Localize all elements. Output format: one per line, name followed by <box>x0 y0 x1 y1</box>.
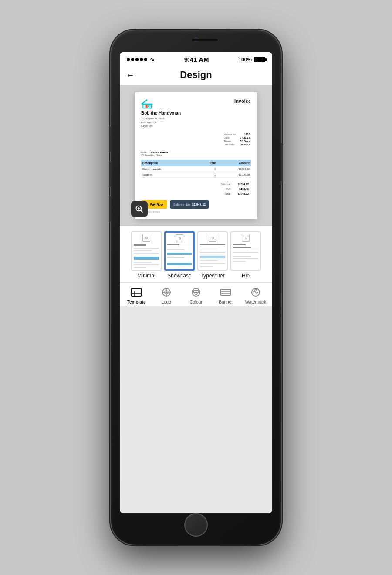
phone-device: ∿ 9:41 AM 100% ← Design <box>111 30 281 545</box>
nav-item-template[interactable]: Template <box>125 286 148 304</box>
terms-value: 30 Days <box>240 140 250 142</box>
colour-nav-icon <box>190 287 202 298</box>
speaker <box>192 39 218 41</box>
table-row: Kitchen upgrade 1 $1834.92 <box>141 166 251 172</box>
magnify-icon <box>135 205 144 213</box>
invoice-logo: Bob the Handyman 555 Bryant St. #263 Pal… <box>141 98 181 129</box>
svg-point-20 <box>195 292 197 295</box>
page-title: Design <box>180 69 212 81</box>
signal-dot-4 <box>140 58 143 61</box>
template-item-hip[interactable]: ⚙ Hip <box>230 231 261 279</box>
invoice-no-label: Invoice no: <box>224 133 239 135</box>
item-rate-1: 1 <box>195 166 217 172</box>
template-thumb-typewriter: ⚙ <box>197 231 228 271</box>
battery-percent: 100% <box>238 57 252 63</box>
tax-row: TAX $113.40 <box>220 187 250 191</box>
total-label: Total <box>220 192 232 196</box>
item-amount-1: $1834.92 <box>217 166 251 172</box>
tax-value: $113.40 <box>233 187 250 191</box>
watermark-nav-icon <box>250 287 261 298</box>
nav-item-banner[interactable]: Banner <box>214 286 237 304</box>
home-button[interactable] <box>184 513 208 537</box>
signal-dot-2 <box>131 58 134 61</box>
bill-to-address: 25 Freedom Drive <box>141 154 251 156</box>
svg-rect-9 <box>132 288 141 296</box>
template-selector: ⚙ Minimal <box>120 226 272 282</box>
col-rate: Rate <box>195 160 217 166</box>
template-item-showcase[interactable]: ⚙ Showcase <box>164 231 195 279</box>
nav-item-colour[interactable]: Colour <box>184 286 208 304</box>
template-icon <box>130 286 142 298</box>
template-name-typewriter: Typewriter <box>200 273 224 279</box>
bottom-nav: Template Logo <box>120 282 272 306</box>
col-description: Description <box>141 160 195 166</box>
svg-line-6 <box>141 210 143 213</box>
logo-nav-icon <box>161 287 172 298</box>
invoice-table: Description Rate Amount Kitchen upgrade … <box>141 160 251 178</box>
invoice-meta: Invoice no: 1203 Date: 07/31/17 Terms: 3… <box>141 132 251 147</box>
balance-due-box: Balance due $2,948.32 <box>170 200 209 209</box>
due-date-label: Due date: <box>224 143 239 146</box>
svg-point-25 <box>255 289 257 291</box>
battery-fill <box>255 58 264 61</box>
terms-label: Terms: <box>224 140 239 142</box>
invoice-meta-table: Invoice no: 1203 Date: 07/31/17 Terms: 3… <box>223 132 251 147</box>
item-rate-2: 1 <box>195 172 217 178</box>
nav-item-logo[interactable]: Logo <box>155 286 178 304</box>
invoice-no-value: 1203 <box>240 133 250 135</box>
invoice-footer: 🔒 Pay Now Balance due $2,948.32 <box>141 200 251 209</box>
logo-icon <box>160 286 172 298</box>
battery-indicator: 100% <box>238 57 265 63</box>
subtotal-row: Subtotal $2834.92 <box>220 182 250 186</box>
banner-nav-icon <box>220 287 231 298</box>
main-content: Bob the Handyman 555 Bryant St. #263 Pal… <box>120 85 272 513</box>
item-amount-2: $1000.00 <box>217 172 251 178</box>
tax-label: TAX <box>220 187 232 191</box>
invoice-header: Bob the Handyman 555 Bryant St. #263 Pal… <box>141 98 251 129</box>
col-amount: Amount <box>217 160 251 166</box>
subtotal-value: $2834.92 <box>233 182 250 186</box>
house-icon <box>141 98 153 109</box>
date-label: Date: <box>224 136 239 139</box>
date-value: 07/31/17 <box>240 136 250 139</box>
signal-dot-3 <box>135 58 139 61</box>
total-value: $2948.32 <box>233 192 250 196</box>
template-thumb-minimal: ⚙ <box>131 231 162 271</box>
battery-bar <box>254 57 265 62</box>
totals-table: Subtotal $2834.92 TAX $113.40 Total $294… <box>219 181 251 196</box>
pay-now-label: Pay Now <box>150 203 163 206</box>
item-desc-2: Supplies <box>141 172 195 178</box>
balance-due-amount: $2,948.32 <box>192 203 206 206</box>
table-row: Supplies 1 $1000.00 <box>141 172 251 178</box>
invoice-title-label: Invoice <box>234 98 251 104</box>
nav-label-logo: Logo <box>161 300 171 304</box>
template-nav-icon <box>131 287 142 298</box>
template-name-showcase: Showcase <box>167 273 191 279</box>
signal-indicator: ∿ <box>127 56 155 63</box>
signal-dot-1 <box>127 58 130 61</box>
phone-screen: ∿ 9:41 AM 100% ← Design <box>120 52 272 513</box>
item-desc-1: Kitchen upgrade <box>141 166 195 172</box>
powered-by: Powered by Invoice <box>141 210 251 213</box>
app-header: ← Design <box>120 65 272 85</box>
balance-due-label: Balance due <box>173 203 190 206</box>
signal-dot-5 <box>144 58 147 61</box>
svg-rect-1 <box>146 105 148 108</box>
template-name-minimal: Minimal <box>137 273 155 279</box>
business-name: Bob the Handyman <box>141 111 181 115</box>
zoom-button[interactable] <box>131 201 148 217</box>
nav-label-watermark: Watermark <box>245 300 266 304</box>
bill-to-section: Bill to: Jessica Parker 25 Freedom Drive <box>141 151 251 156</box>
status-bar: ∿ 9:41 AM 100% <box>120 52 272 65</box>
banner-icon <box>220 286 232 298</box>
nav-label-banner: Banner <box>219 300 233 304</box>
colour-icon <box>190 286 202 298</box>
invoice-totals: Subtotal $2834.92 TAX $113.40 Total $294… <box>141 181 251 196</box>
template-thumb-showcase: ⚙ <box>164 231 195 271</box>
svg-rect-21 <box>221 289 230 295</box>
template-item-minimal[interactable]: ⚙ Minimal <box>131 231 162 279</box>
template-item-typewriter[interactable]: ⚙ Typewriter <box>197 231 228 279</box>
nav-item-watermark[interactable]: Watermark <box>244 286 267 304</box>
back-button[interactable]: ← <box>126 70 135 80</box>
nav-label-template: Template <box>127 300 146 304</box>
